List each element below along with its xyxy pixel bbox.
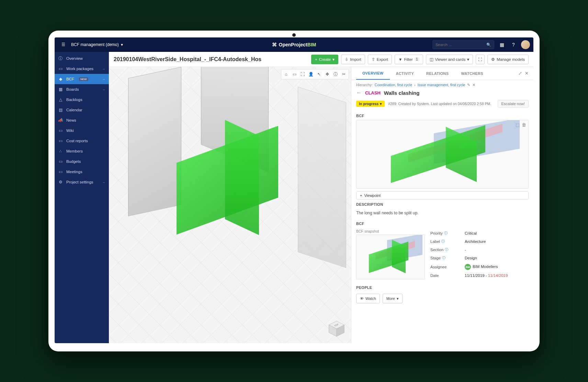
watch-button[interactable]: 👁 Watch <box>356 294 380 303</box>
sidebar-icon: ⚙ <box>58 180 63 184</box>
viewer-toolbar: ⌂ ▭ ⛶ 👤 ↖ ✥ ⓘ ✂ <box>281 69 349 79</box>
sidebar-item-budgets[interactable]: ▭Budgets <box>55 156 109 167</box>
sidebar-item-members[interactable]: ⛬Members <box>55 146 109 156</box>
expand-icon[interactable]: ⤢ <box>518 71 522 76</box>
hamburger-icon[interactable]: ☰ <box>58 42 68 47</box>
camera-icon[interactable]: ▭ <box>291 70 298 78</box>
cursor-icon[interactable]: ↖ <box>315 70 323 78</box>
help-icon[interactable]: ⓘ <box>441 239 445 244</box>
manage-models-button[interactable]: ⚙ Manage models <box>487 55 529 64</box>
sidebar-item-label: Backlogs <box>66 98 82 102</box>
more-button[interactable]: More ▾ <box>383 294 403 303</box>
status-label: In progress <box>359 102 378 106</box>
stage-value[interactable]: Design <box>465 256 477 260</box>
3d-viewer[interactable]: ⌂ ▭ ⛶ 👤 ↖ ✥ ⓘ ✂ <box>109 67 351 343</box>
search-icon: 🔍 <box>486 43 491 47</box>
tab-watchers[interactable]: WATCHERS <box>455 67 489 80</box>
user-icon[interactable]: 👤 <box>307 70 315 78</box>
sidebar-icon: △ <box>58 97 63 102</box>
info-icon[interactable]: ⓘ <box>332 70 339 78</box>
search-field[interactable] <box>436 43 486 47</box>
project-selector[interactable]: BCF management (demo) ▾ <box>68 42 126 47</box>
wall-element <box>298 87 346 268</box>
tab-activity[interactable]: ACTIVITY <box>390 67 420 80</box>
priority-label: Priority <box>430 231 443 235</box>
date-value[interactable]: 11/11/2019 - 11/14/2019 <box>465 273 508 278</box>
sidebar-item-wiki[interactable]: ▭Wiki <box>55 125 109 136</box>
sidebar-item-backlogs[interactable]: △Backlogs <box>55 94 109 105</box>
tablet-camera <box>292 33 296 37</box>
tab-relations[interactable]: RELATIONS <box>420 67 455 80</box>
details-panel: OVERVIEW ACTIVITY RELATIONS WATCHERS ⤢ ✕… <box>351 67 533 343</box>
sidebar-item-work-packages[interactable]: ▭Work packages→ <box>55 64 109 74</box>
apps-icon[interactable]: ▦ <box>498 41 506 49</box>
back-icon[interactable]: ← <box>356 90 362 96</box>
sidebar-item-label: Cost reports <box>66 139 88 143</box>
section-description: DESCRIPTION <box>351 200 533 209</box>
issue-title: Walls clashing <box>384 90 420 96</box>
sidebar-item-meetings[interactable]: ▭Meetings <box>55 167 109 177</box>
assignee-avatar: BM <box>465 264 471 270</box>
escalate-button[interactable]: Escalate now! <box>498 100 529 108</box>
sidebar-icon: 📣 <box>58 118 63 123</box>
add-viewpoint-button[interactable]: + Viewpoint <box>356 191 529 200</box>
delete-icon[interactable]: 🗑 <box>522 122 526 127</box>
sidebar-item-project-settings[interactable]: ⚙Project settings→ <box>55 177 109 187</box>
section-label: Section <box>430 248 443 252</box>
description-text: The long wall needs to be split up. <box>351 209 533 219</box>
sidebar-item-calendar[interactable]: ▤Calendar <box>55 105 109 115</box>
sidebar-icon: ▦ <box>58 87 63 92</box>
breadcrumb-link-1[interactable]: Coordination, first cycle <box>375 83 412 87</box>
details-tabs: OVERVIEW ACTIVITY RELATIONS WATCHERS ⤢ ✕ <box>351 67 533 80</box>
sidebar-item-boards[interactable]: ▦Boards→ <box>55 84 109 94</box>
breadcrumb-prefix: Hierarchy: <box>356 83 373 87</box>
sidebar-item-label: Project settings <box>66 180 93 184</box>
assignee-label: Assignee <box>430 265 465 269</box>
breadcrumb-link-2[interactable]: Issue management, first cycle <box>418 83 465 87</box>
filter-button[interactable]: ▼ Filter 1 <box>395 55 423 64</box>
move-icon[interactable]: ✥ <box>324 70 331 78</box>
search-input[interactable]: 🔍 <box>432 40 494 49</box>
cut-icon[interactable]: ✂ <box>340 70 348 78</box>
sidebar-item-news[interactable]: 📣News <box>55 115 109 125</box>
date-sep: - <box>485 273 488 278</box>
home-icon[interactable]: ⌂ <box>282 70 290 78</box>
more-label: More <box>386 296 395 301</box>
sidebar-item-label: Overview <box>66 56 83 60</box>
help-icon[interactable]: ⓘ <box>445 247 448 252</box>
sidebar-item-cost-reports[interactable]: ▭Cost reports <box>55 136 109 146</box>
close-icon[interactable]: ✕ <box>525 71 529 76</box>
user-avatar[interactable] <box>521 40 530 49</box>
fullscreen-button[interactable]: ⛶ <box>476 55 485 64</box>
tablet-frame: ☰ BCF management (demo) ▾ ⌘ OpenProjectB… <box>48 31 540 351</box>
section-value[interactable]: - <box>465 248 466 252</box>
new-badge: NEW <box>79 77 88 81</box>
status-badge[interactable]: In progress ▾ <box>356 101 385 107</box>
sidebar-item-bcf[interactable]: ◆BCFNEW→ <box>55 74 109 84</box>
assignee-value[interactable]: BMBIM Modellers <box>465 264 498 270</box>
tab-overview[interactable]: OVERVIEW <box>356 67 390 80</box>
export-button[interactable]: ⇧ Export <box>368 55 392 64</box>
fit-icon[interactable]: ⛶ <box>299 70 306 78</box>
help-icon[interactable]: ⓘ <box>442 256 445 260</box>
chevron-down-icon: ▾ <box>121 42 123 47</box>
breadcrumb: Hierarchy: Coordination, first cycle › I… <box>351 80 533 88</box>
create-button[interactable]: + Create ▾ <box>311 55 338 64</box>
chevron-right-icon: → <box>102 67 105 71</box>
cube-icon[interactable]: ⬚ <box>516 122 520 127</box>
chevron-right-icon: › <box>414 83 416 87</box>
help-icon[interactable]: ? <box>509 41 518 49</box>
edit-icon[interactable]: ✎ <box>467 83 470 87</box>
help-icon[interactable]: ⓘ <box>444 231 448 236</box>
remove-icon[interactable]: ✕ <box>472 83 475 87</box>
sidebar-item-overview[interactable]: ⓘOverview <box>55 53 109 64</box>
priority-value[interactable]: Critical <box>465 231 477 235</box>
bcf-snapshot[interactable]: ⬚ 🗑 <box>356 120 529 189</box>
view-mode-button[interactable]: ◫ Viewer and cards ▾ <box>426 55 473 64</box>
bcf-snapshot-thumb[interactable] <box>356 235 425 279</box>
create-label: Create <box>319 57 331 61</box>
label-value[interactable]: Architecture <box>465 239 486 244</box>
import-button[interactable]: ⇩ Import <box>341 55 365 64</box>
navigation-cube[interactable]: TOP <box>327 319 346 338</box>
sidebar-item-label: Wiki <box>66 128 74 133</box>
